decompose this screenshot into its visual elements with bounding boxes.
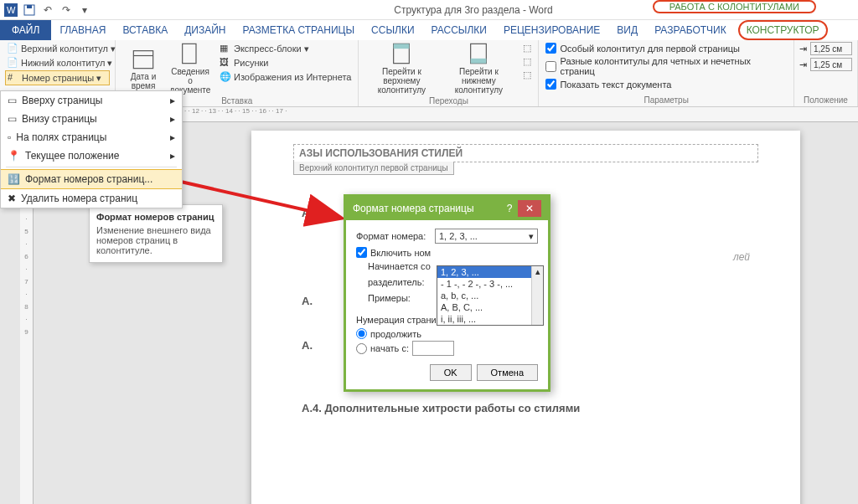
format-option-3[interactable]: A, B, C, ... — [437, 301, 543, 313]
radio-continue-label: продолжить — [370, 329, 421, 339]
page-header-area[interactable]: АЗЫ ИСПОЛЬЗОВАНИЯ СТИЛЕЙ — [293, 144, 758, 162]
dd-remove-page-numbers[interactable]: ✖Удалить номера страниц — [1, 189, 182, 208]
dd-page-margins[interactable]: ▫На полях страницы▸ — [1, 128, 182, 147]
online-pictures-label: Изображения из Интернета — [234, 72, 351, 82]
current-pos-icon: 📍 — [8, 150, 20, 162]
dialog-title: Формат номера страницы — [353, 203, 474, 214]
header-button[interactable]: 📄Верхний колонтитул ▾ — [5, 42, 110, 55]
goto-footer-button[interactable]: Перейти к нижнему колонтитулу — [441, 42, 516, 95]
online-pictures-button[interactable]: 🌐Изображения из Интернета — [218, 70, 353, 84]
footer-label: Нижний колонтитул — [21, 58, 105, 68]
dd-margins-label: На полях страницы — [16, 131, 106, 143]
goto-header-button[interactable]: Перейти к верхнему колонтитулу — [364, 42, 439, 95]
svg-rect-4 — [133, 50, 152, 68]
svg-rect-8 — [394, 44, 410, 49]
tooltip-title: Формат номеров страниц — [96, 212, 215, 222]
tab-designer[interactable]: КОНСТРУКТОР — [738, 20, 828, 40]
header-from-top-field[interactable]: 1,25 см — [810, 42, 852, 55]
link-prev-button[interactable]: ⬚ — [521, 69, 533, 81]
dd-current-position[interactable]: 📍Текущее положение▸ — [1, 147, 182, 165]
show-doc-label: Показать текст документа — [560, 80, 671, 90]
goto-footer-label: Перейти к нижнему колонтитулу — [441, 67, 516, 95]
quick-parts-label: Экспресс-блоки — [234, 44, 302, 54]
format-page-numbers-tooltip: Формат номеров страниц Изменение внешнег… — [89, 204, 223, 263]
qat-more-icon[interactable]: ▾ — [77, 3, 92, 18]
tab-design[interactable]: ДИЗАЙН — [176, 20, 234, 40]
remove-icon: ✖ — [8, 193, 16, 204]
quick-parts-button[interactable]: ▦Экспресс-блоки ▾ — [218, 42, 353, 55]
svg-text:W: W — [7, 5, 16, 15]
redo-icon[interactable]: ↷ — [59, 3, 74, 18]
include-chapter-label: Включить ном — [370, 248, 431, 258]
radio-continue[interactable]: продолжить — [356, 328, 538, 339]
header-from-top-icon: ⇥ — [799, 44, 807, 54]
doc-line-a3: А. — [302, 339, 313, 352]
show-doc-checkbox[interactable]: Показать текст документа — [544, 78, 788, 90]
dd-current-label: Текущее положение — [25, 150, 119, 162]
diff-first-label: Особый колонтитул для первой страницы — [560, 44, 740, 54]
tab-layout[interactable]: РАЗМЕТКА СТРАНИЦЫ — [235, 20, 364, 40]
tab-developer[interactable]: РАЗРАБОТЧИК — [646, 20, 735, 40]
dd-bottom-of-page[interactable]: ▭Внизу страницы▸ — [1, 110, 182, 128]
tab-review[interactable]: РЕЦЕНЗИРОВАНИЕ — [495, 20, 608, 40]
group-options-label: Параметры — [544, 95, 788, 105]
tab-mailings[interactable]: РАССЫЛКИ — [423, 20, 495, 40]
tab-insert[interactable]: ВСТАВКА — [114, 20, 176, 40]
dd-remove-label: Удалить номера страниц — [21, 193, 137, 204]
tab-home[interactable]: ГЛАВНАЯ — [51, 20, 114, 40]
radio-start-at[interactable]: начать с: — [356, 341, 538, 356]
svg-rect-10 — [471, 59, 487, 64]
format-option-1[interactable]: - 1 -, - 2 -, - 3 -, ... — [437, 278, 543, 290]
doc-info-button[interactable]: Сведения о документе — [168, 42, 213, 95]
tooltip-body: Изменение внешнего вида номеров страниц … — [96, 225, 215, 255]
format-option-2[interactable]: a, b, c, ... — [437, 290, 543, 301]
save-icon[interactable] — [22, 3, 37, 18]
dropdown-scrollbar[interactable]: ▴ — [531, 266, 543, 325]
dd-top-of-page[interactable]: ▭Вверху страницы▸ — [1, 91, 182, 110]
header-label: Верхний колонтитул — [21, 44, 108, 54]
format-label: Формат номера: — [356, 231, 432, 241]
format-value: 1, 2, 3, ... — [439, 231, 478, 241]
tab-file[interactable]: ФАЙЛ — [0, 20, 51, 40]
dialog-help-button[interactable]: ? — [501, 203, 518, 214]
group-navigation-label: Переходы — [364, 96, 533, 105]
number-format-select[interactable]: 1, 2, 3, ...▾ — [435, 229, 538, 244]
separator-label: разделитель: — [368, 277, 443, 287]
include-chapter-checkbox[interactable] — [356, 247, 367, 258]
next-section-button[interactable]: ⬚ — [521, 55, 533, 68]
tab-view[interactable]: ВИД — [608, 20, 646, 40]
dd-format-page-numbers[interactable]: 🔢Формат номеров страниц... — [1, 169, 182, 189]
pictures-button[interactable]: 🖼Рисунки — [218, 56, 353, 69]
doc-line-a: А. — [302, 207, 313, 219]
doc-line-a4: А.4. Дополнительные хитрости работы со с… — [302, 402, 580, 414]
diff-first-checkbox[interactable]: Особый колонтитул для первой страницы — [544, 42, 788, 54]
dialog-close-button[interactable]: ✕ — [518, 200, 541, 217]
page-top-icon: ▭ — [8, 95, 17, 106]
dd-bottom-label: Внизу страницы — [22, 113, 97, 125]
word-icon: W — [3, 3, 18, 18]
cancel-button[interactable]: Отмена — [477, 364, 538, 381]
date-time-button[interactable]: Дата и время — [121, 42, 166, 95]
undo-icon[interactable]: ↶ — [40, 3, 55, 18]
footer-from-bottom-field[interactable]: 1,25 см — [810, 58, 852, 71]
tab-references[interactable]: ССЫЛКИ — [363, 20, 422, 40]
page-number-label: Номер страницы — [22, 73, 94, 83]
doc-line-cap: лей — [733, 251, 750, 263]
page-number-dropdown: ▭Вверху страницы▸ ▭Внизу страницы▸ ▫На п… — [0, 90, 183, 208]
format-numbers-icon: 🔢 — [8, 173, 20, 185]
pictures-label: Рисунки — [234, 58, 269, 68]
examples-label: Примеры: — [368, 293, 443, 303]
page-number-button[interactable]: #Номер страницы ▾ — [5, 70, 110, 85]
dd-format-label: Формат номеров страниц... — [25, 173, 152, 185]
footer-button[interactable]: 📄Нижний колонтитул ▾ — [5, 56, 110, 69]
diff-oddeven-checkbox[interactable]: Разные колонтитулы для четных и нечетных… — [544, 55, 788, 77]
format-option-4[interactable]: i, ii, iii, ... — [437, 313, 543, 325]
start-at-spinner[interactable] — [412, 341, 454, 356]
radio-start-label: начать с: — [370, 343, 409, 353]
ok-button[interactable]: OK — [430, 364, 472, 381]
footer-from-bottom-icon: ⇥ — [799, 59, 807, 70]
page-margins-icon: ▫ — [8, 131, 11, 143]
format-option-0[interactable]: 1, 2, 3, ... — [437, 266, 543, 278]
prev-section-button[interactable]: ⬚ — [521, 42, 533, 54]
svg-rect-6 — [183, 44, 196, 63]
